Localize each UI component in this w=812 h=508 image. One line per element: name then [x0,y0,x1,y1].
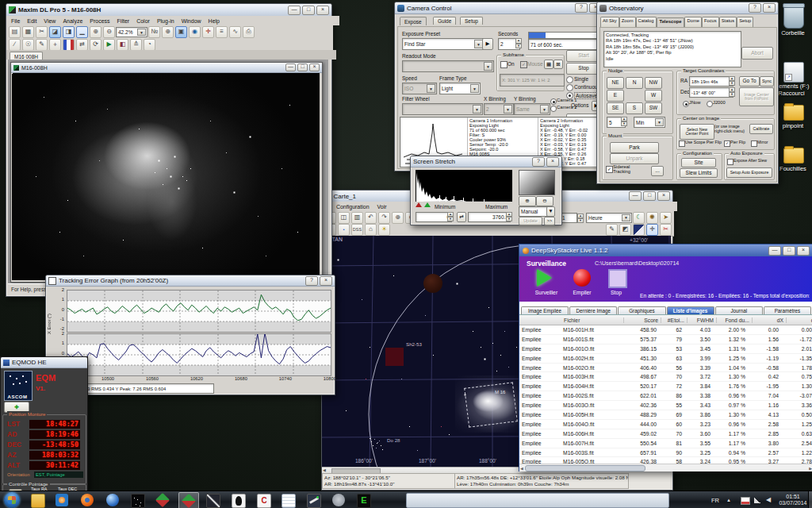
close-icon[interactable]: × [797,246,810,256]
image-window[interactable]: M16-008H — □ × [10,62,323,283]
calibrate-button[interactable]: Calibrate [749,124,773,134]
stretch-mode-combo[interactable]: Manual [519,206,550,217]
do28-cluster[interactable] [370,438,370,439]
sync-button[interactable]: Sync [760,76,774,87]
plot-icon[interactable]: ∿ [229,26,241,38]
circle-tool-icon[interactable]: ☉ [22,39,34,51]
crosshair-icon[interactable]: ＋ [49,39,61,51]
taskbar-eqmod-icon[interactable]: E [357,494,371,508]
close-icon[interactable]: × [309,64,320,71]
image-screen-icon[interactable]: ◪ [49,26,61,38]
chevron-down-icon[interactable]: ▼ [655,118,664,126]
observatory-titlebar[interactable]: Observatory ? × [597,2,778,14]
tab-parametres[interactable]: Paramètres [764,306,811,314]
tab-expose[interactable]: Expose [400,17,427,25]
table-row[interactable]: Empilée M16-004H.fit 520.17 72 3.84 1.76… [519,382,812,391]
mirror-icon[interactable]: ⇄ [76,39,88,51]
menu-item[interactable]: Plug-in [157,18,174,24]
help-icon[interactable]: ? [749,3,761,13]
seconds-spinner[interactable]: ▲▼ [515,38,522,48]
chevron-down-icon[interactable]: ▼ [622,214,630,221]
line-tool-icon[interactable]: ∕ [9,39,21,51]
taskbar-maxim-icon[interactable] [155,493,170,507]
update-button[interactable]: Update [519,217,542,225]
nudge-n-button[interactable]: N [626,77,643,89]
taskbar-explorer-icon[interactable] [31,494,45,508]
dss-hscrollbar[interactable]: ◀ ▶ [519,464,812,471]
rotate-icon[interactable]: ⟳ [90,39,102,51]
nudge-w-button[interactable]: W [645,90,662,102]
y-binning-combo[interactable]: Same ▼ [514,103,550,115]
nudge-se-button[interactable]: SE [607,102,624,114]
x-binning-combo[interactable]: 2 ▼ [484,103,514,115]
chevron-down-icon[interactable]: ▼ [470,84,479,93]
col-dy[interactable]: dY [787,318,812,323]
folder-icon-pinpoint[interactable] [783,105,804,121]
zoom-in-button[interactable]: ⊕ [519,196,536,206]
speed-combo[interactable]: ISO ▼ [402,83,437,94]
image-center-button[interactable]: Image Center from FitPoint [739,87,774,106]
time-step-spinner[interactable]: ▲▼ [577,214,584,222]
magnify-icon[interactable]: ⊕ [162,26,174,38]
menu-item[interactable]: Color [136,18,150,24]
mouse-checkbox[interactable]: ✓ [520,61,527,68]
unpark-button[interactable]: Unpark [610,153,659,164]
tab-focus[interactable]: Focus [702,17,719,27]
maximize-icon[interactable]: □ [302,6,315,15]
abort-button[interactable]: Abort [741,47,773,60]
park-button[interactable]: Park [610,142,659,153]
table-row[interactable]: Empilée M16-002S.fit 622.01 86 3.38 0.96… [519,391,812,401]
taskbar-media-player-icon[interactable] [56,494,68,506]
camera2-radio[interactable] [550,106,557,112]
dec-spinner[interactable]: ▲▼ [729,87,735,96]
col-etoiles[interactable]: #Etoi... [661,318,688,323]
tab-graphiques[interactable]: Graphiques [618,306,665,314]
table-row[interactable]: Empilée M16-001S.fit 575.37 79 3.50 1.32… [519,335,812,344]
open-file-icon[interactable]: ▤ [9,26,21,38]
table-row[interactable]: Empilée M16-003S.fit 657.91 90 3.25 0.94… [519,448,812,458]
ra-field[interactable]: 18h 19m 46s [689,76,733,87]
taskbar-penguin-icon[interactable] [232,494,246,508]
help-pointer-icon[interactable]: № [148,26,160,38]
dss-overlay-icon[interactable]: DSS [351,224,363,236]
nudge-ne-button[interactable]: NE [607,77,624,89]
tray-flag-icon[interactable] [741,497,750,505]
scroll-thumb[interactable] [525,465,645,471]
maximize-icon[interactable]: □ [297,64,308,71]
menu-item[interactable]: Process [90,18,109,24]
time-step-field[interactable]: 1 [560,213,577,223]
menu-item[interactable]: Window [182,18,201,24]
site-button[interactable]: Site [681,158,716,167]
table-row[interactable]: Empilée M16-003H.fit 498.67 70 3.72 1.30… [519,372,812,382]
slew-limits-button[interactable]: Slew Limits [680,168,718,178]
camera-control-titlebar[interactable]: Camera Control ? × [395,2,604,14]
tab-zoom[interactable]: Zoom [619,17,636,27]
tray-network-icon[interactable] [754,497,761,503]
chevron-down-icon[interactable]: ▼ [540,105,549,114]
j2000-radio[interactable] [707,101,713,107]
minimize-icon[interactable]: — [285,64,296,71]
tab-setup[interactable]: Setup [737,17,753,27]
link-button[interactable]: ⇄ [457,212,466,222]
recycle-bin-icon[interactable] [783,5,804,29]
menu-item[interactable]: File [11,18,20,24]
image-window-titlebar[interactable]: M16-008H — □ × [11,63,322,73]
table-row[interactable]: Empilée M16-004O.fit 444.00 60 3.23 0.96… [519,420,812,429]
zoom-in-icon[interactable]: ⊕ [90,26,102,38]
use-scope-pier-flip-checkbox[interactable] [679,140,685,147]
menu-voir[interactable]: Voir [377,204,387,210]
save-file-icon[interactable]: ▦ [22,26,34,38]
table-row[interactable]: Empilée M16-002H.fit 451.30 63 3.99 1.25… [519,354,812,364]
time-unit-combo[interactable]: Heure ▼ [586,213,632,223]
stack-icon[interactable]: ≡ [216,26,228,38]
menu-item[interactable]: Help [209,18,220,24]
pier-flip-checkbox[interactable]: ✓ [724,140,730,147]
tab-liste-images[interactable]: Liste d'images [667,306,714,314]
subframe-clear-button[interactable]: ⊠ [553,60,563,69]
col-fond[interactable]: Fond du... [717,318,753,323]
nudge-e-button[interactable]: E [607,90,624,102]
setup-auto-exposure-button[interactable]: Setup Auto Exposure [726,167,772,178]
camera1-radio[interactable] [550,98,557,105]
tab-status[interactable]: Status [719,17,737,27]
zoom-in-icon[interactable]: ⊕ [392,212,404,224]
